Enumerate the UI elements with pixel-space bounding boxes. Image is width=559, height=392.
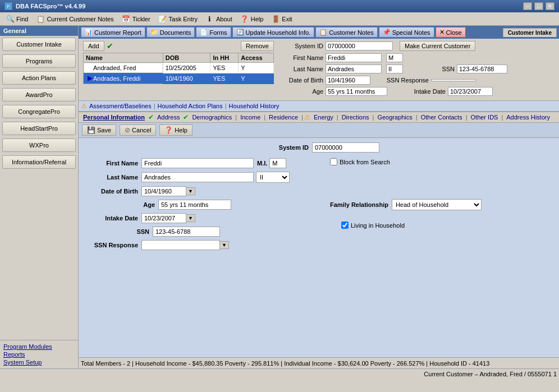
age-label: Age [278,88,323,95]
menu-help[interactable]: ❓ Help [237,13,267,25]
sidebar-item-action-plans[interactable]: Action Plans [2,71,76,85]
customer-notes-button[interactable]: 📋 Customer Notes [315,27,377,38]
menu-about[interactable]: ℹ About [202,13,236,25]
sidebar-program-modules[interactable]: Program Modules [2,343,76,351]
documents-button[interactable]: 📁 Documents [146,27,195,38]
special-notes-button[interactable]: 📌 Special Notes [379,27,434,38]
tickler-icon: 📅 [122,15,131,24]
block-from-search-checkbox[interactable] [330,158,337,165]
tab-demographics[interactable]: Demographics [190,113,234,121]
menu-help-label: Help [251,16,264,22]
form-dob-row: Date of Birth ▼ [88,186,308,196]
form-family-relationship-row: Family Relationship Head of Household [330,199,550,210]
form-intake-date-wrapper: ▼ [141,213,195,223]
form-mi-input[interactable] [269,158,286,168]
first-name-label: First Name [278,54,323,61]
customer-inhh: YES [210,73,239,84]
tab-residence[interactable]: Residence [267,113,300,121]
tab-address-history[interactable]: Address History [504,113,552,121]
form-system-id-input[interactable] [312,142,379,153]
sidebar-item-awardpro[interactable]: AwardPro [2,88,76,102]
household-action-tab[interactable]: Household Action Plans [157,102,224,110]
help-button[interactable]: ❓ Help [159,124,193,136]
dob-dropdown-button[interactable]: ▼ [186,187,195,195]
sidebar-reports[interactable]: Reports [2,351,76,358]
table-row[interactable]: ▶Andrades, Freddi 10/4/1960 YES Y [84,73,274,84]
save-icon: 💾 [87,126,95,134]
customer-notes-label: Customer Notes [329,29,373,36]
form-intake-date-input[interactable] [141,213,186,223]
table-row[interactable]: Andraded, Fred 10/25/2005 YES Y [84,63,274,73]
close-button[interactable]: ✕ [546,2,555,10]
tab-address[interactable]: Address [155,113,182,121]
dob-row: Date of Birth 10/4/1960 SSN Response [278,76,555,85]
form-family-relationship-label: Family Relationship [330,201,388,208]
ssn-response-dropdown-button[interactable]: ▼ [220,241,229,249]
customer-fields: System ID 07000000 Make Current Customer… [278,41,555,98]
special-notes-label: Special Notes [392,29,430,36]
form-first-name-row: First Name M.I. [88,158,308,168]
tab-personal-information[interactable]: Personal Information [81,113,147,121]
age-row: Age 55 yrs 11 months Intake Date 10/23/2… [278,87,555,96]
form-age-row: Age [88,200,308,210]
add-customer-button[interactable]: Add [83,41,104,51]
customer-dob: 10/25/2005 [163,63,210,73]
update-household-button[interactable]: 🔄 Update Household Info. [232,27,315,38]
menu-exit[interactable]: 🚪 Exit [268,13,295,25]
tab-geographics[interactable]: Geographics [375,113,414,121]
menu-tickler[interactable]: 📅 Tickler [118,13,154,25]
sidebar-item-headstartpro[interactable]: HeadStartPro [2,122,76,135]
make-current-button[interactable]: Make Current Customer [400,41,475,51]
ssn-response-label: SSN Response [384,77,429,84]
intake-date-value: 10/23/2007 [448,87,493,96]
maximize-button[interactable]: □ [534,2,543,10]
main-area: General Customer Intake Programs Action … [0,26,559,368]
content-area: 📊 Customer Report 📁 Documents 📄 Forms 🔄 … [79,26,559,368]
save-button[interactable]: 💾 Save [82,124,116,136]
form-ssn-response-input[interactable] [141,240,220,250]
form-col-left: First Name M.I. Last Name II [88,158,308,253]
living-in-household-checkbox[interactable] [341,222,349,229]
form-dob-input[interactable] [141,186,186,196]
tab-directions[interactable]: Directions [340,113,372,121]
sidebar-item-information-referral[interactable]: Information/Referral [2,155,76,169]
sidebar-item-customer-intake[interactable]: Customer Intake [2,38,76,51]
minimize-button[interactable]: – [523,2,532,10]
menu-customer-notes[interactable]: 📋 Current Customer Notes [33,13,117,25]
documents-label: Documents [160,29,191,36]
menu-find[interactable]: 🔍 Find [2,13,31,25]
sidebar-item-programs[interactable]: Programs [2,54,76,68]
menu-task-entry[interactable]: 📝 Task Entry [155,13,201,25]
form-system-id-row: System ID [88,142,550,153]
sidebar-system-setup[interactable]: System Setup [2,358,76,366]
menu-notes-label: Current Customer Notes [47,16,113,22]
assessment-tab[interactable]: Assessment/Baselines [88,102,153,110]
form-ssn-input[interactable] [153,227,220,237]
form-suffix-select[interactable]: II [256,172,290,183]
sidebar-item-congregatepro[interactable]: CongregatePro [2,105,76,118]
sidebar-item-wxpro[interactable]: WXPro [2,139,76,152]
cancel-button[interactable]: ⊘ Cancel [120,124,156,136]
household-history-tab[interactable]: Household History [228,102,281,110]
customer-report-button[interactable]: 📊 Customer Report [81,27,145,38]
forms-button[interactable]: 📄 Forms [196,27,231,38]
form-last-name-input[interactable] [141,172,254,182]
last-name-row: Last Name Andrades II SSN 123-45-6788 [278,64,555,73]
col-name: Name [84,53,163,63]
close-button[interactable]: ✕ Close [436,27,466,38]
intake-date-dropdown-button[interactable]: ▼ [186,214,195,222]
form-family-relationship-select[interactable]: Head of Household [392,199,482,210]
form-system-id-label: System ID [258,144,309,151]
tab-other-ids[interactable]: Other IDS [469,113,501,121]
sub-tabs: Personal Information ✔ Address ✔ Demogra… [79,112,559,123]
customer-intake-tab: Customer Intake [503,28,557,37]
remove-customer-button[interactable]: Remove [241,41,274,51]
form-first-name-input[interactable] [141,158,254,168]
tab-energy[interactable]: Energy [311,113,336,121]
app-title: DBA FACSpro™ v4.4.99 [16,3,85,10]
row-indicator [86,64,93,71]
tab-income[interactable]: Income [238,113,263,121]
tab-other-contacts[interactable]: Other Contacts [419,113,465,121]
menu-task-label: Task Entry [169,16,198,22]
cancel-label: Cancel [132,127,151,133]
